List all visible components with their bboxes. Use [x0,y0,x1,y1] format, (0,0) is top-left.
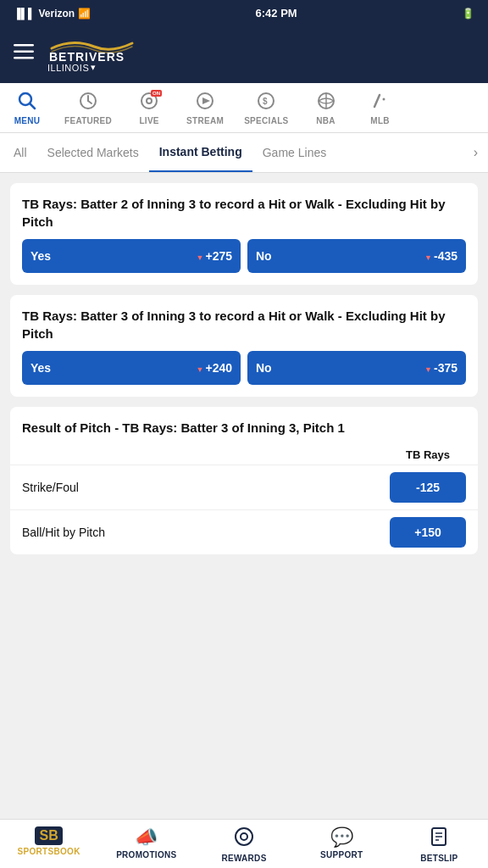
tabs-chevron-icon[interactable]: › [467,145,485,160]
dollar-icon: $ [257,92,275,114]
nav-stream[interactable]: STREAM [176,83,234,132]
multi-card-header: TB Rays [10,445,478,465]
bet-card-1-yes-button[interactable]: Yes +275 [22,239,241,273]
multi-row-0: Strike/Foul -125 [10,465,478,509]
svg-rect-1 [14,51,34,53]
market-tabs: All Selected Markets Instant Betting Gam… [0,133,488,173]
bottom-nav-support-label: SUPPORT [320,850,363,860]
tab-game-lines[interactable]: Game Lines [252,134,336,171]
signal-bars: ▐▌▌ [14,8,36,19]
brand-logo: BETRIVERS ILLINOIS ▾ [47,35,141,73]
support-icon: 💬 [330,826,353,849]
nav-featured-label: FEATURED [64,116,112,125]
multi-row-1-button[interactable]: +150 [390,517,466,548]
betrivers-logo-svg: BETRIVERS [47,35,141,62]
nav-specials[interactable]: $ SPECIALS [234,83,298,132]
multi-outcome-card: Result of Pitch - TB Rays: Batter 3 of I… [10,407,478,554]
battery-area: 🔋 [462,8,474,19]
bet-card-1-no-button[interactable]: No -435 [247,239,466,273]
multi-col-label: TB Rays [390,448,466,461]
bottom-nav-rewards[interactable]: REWARDS [195,820,292,868]
svg-line-18 [374,95,380,107]
bottom-nav-sportsbook[interactable]: SB SPORTSBOOK [0,820,97,868]
svg-rect-0 [14,44,34,47]
baseball-icon [371,92,390,114]
main-content: TB Rays: Batter 2 of Inning 3 to record … [0,173,488,632]
nav-nba-label: NBA [316,116,336,125]
nav-live[interactable]: ON LIVE [122,83,176,132]
bet-card-2-no-odds: -375 [424,361,458,375]
multi-row-0-label: Strike/Foul [22,481,390,494]
battery-icon: 🔋 [462,8,474,19]
status-bar: ▐▌▌ Verizon 📶 6:42 PM 🔋 [0,0,488,26]
tab-selected-markets[interactable]: Selected Markets [37,134,149,171]
nav-mlb-label: MLB [370,116,390,125]
carrier-name: Verizon [39,8,75,19]
bottom-nav-promotions-label: PROMOTIONS [116,850,176,860]
svg-point-11 [147,99,151,103]
bottom-nav-promotions[interactable]: 📣 PROMOTIONS [97,820,195,868]
carrier-signal: ▐▌▌ Verizon 📶 [14,8,91,19]
navigation-bar: MENU FEATURED ON LIVE [0,83,488,133]
bottom-nav-betslip-label: BETSLIP [420,854,458,863]
multi-card-title: Result of Pitch - TB Rays: Batter 3 of I… [10,407,478,445]
state-selector[interactable]: ILLINOIS ▾ [47,62,97,73]
svg-text:BETRIVERS: BETRIVERS [49,50,125,62]
promotions-icon: 📣 [135,826,158,849]
nav-specials-label: SPECIALS [244,116,288,125]
clock-icon [79,92,97,114]
svg-rect-2 [14,57,34,59]
play-icon [196,92,214,114]
tab-all[interactable]: All [3,134,37,171]
bet-card-2-options: Yes +240 No -375 [10,351,478,397]
bottom-nav-rewards-label: REWARDS [221,854,266,863]
basketball-icon [317,92,336,114]
bet-card-2-title: TB Rays: Batter 3 of Inning 3 to record … [10,295,478,351]
bet-card-1-yes-label: Yes [30,249,51,263]
multi-row-0-button[interactable]: -125 [390,472,466,503]
tab-instant-betting[interactable]: Instant Betting [149,133,252,172]
svg-point-19 [382,98,385,101]
betslip-icon [429,826,449,852]
bottom-nav-betslip[interactable]: BETSLIP [391,820,488,868]
status-time: 6:42 PM [91,7,462,19]
rewards-icon [234,826,254,852]
bet-card-2-no-button[interactable]: No -375 [247,351,466,385]
bet-card-1-no-odds: -435 [424,249,458,263]
state-label: ILLINOIS [47,63,89,73]
nav-stream-label: STREAM [186,116,224,125]
bottom-nav-support[interactable]: 💬 SUPPORT [293,820,391,868]
nav-mlb[interactable]: MLB [353,83,408,132]
bet-card-2: TB Rays: Batter 3 of Inning 3 to record … [10,295,478,397]
svg-text:$: $ [263,97,268,106]
nav-nba[interactable]: NBA [299,83,353,132]
multi-row-1-label: Ball/Hit by Pitch [22,526,390,539]
nav-live-label: LIVE [139,116,158,125]
bet-card-1-title: TB Rays: Batter 2 of Inning 3 to record … [10,183,478,239]
bet-card-2-yes-button[interactable]: Yes +240 [22,351,241,385]
nav-featured[interactable]: FEATURED [54,83,122,132]
nav-menu-label: MENU [14,116,41,125]
bet-card-2-no-label: No [256,361,272,375]
state-chevron: ▾ [91,62,97,73]
bet-card-1: TB Rays: Batter 2 of Inning 3 to record … [10,183,478,285]
live-badge-text: ON [151,90,162,97]
live-icon: ON [140,92,158,114]
svg-marker-13 [202,97,210,104]
bet-card-1-yes-odds: +275 [197,249,232,263]
multi-row-1: Ball/Hit by Pitch +150 [10,509,478,554]
bet-card-1-options: Yes +275 No -435 [10,239,478,285]
nav-menu[interactable]: MENU [0,83,54,132]
wifi-icon: 📶 [78,8,91,19]
menu-button[interactable] [14,44,34,64]
bet-card-2-yes-odds: +240 [197,361,232,375]
svg-line-5 [30,103,35,108]
bottom-nav-sportsbook-label: SPORTSBOOK [18,847,80,856]
bet-card-2-yes-label: Yes [30,361,51,375]
bottom-navigation: SB SPORTSBOOK 📣 PROMOTIONS REWARDS 💬 SUP… [0,819,488,868]
app-header: BETRIVERS ILLINOIS ▾ [0,26,488,83]
search-icon [18,92,36,114]
svg-point-20 [236,828,252,845]
svg-line-8 [88,101,92,103]
bet-card-1-no-label: No [256,249,272,263]
